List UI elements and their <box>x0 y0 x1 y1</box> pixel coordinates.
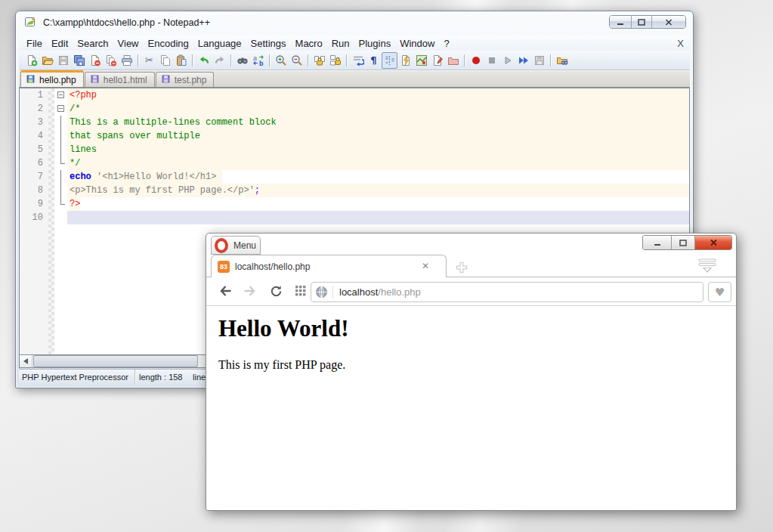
npp-titlebar[interactable]: C:\xampp\htdocs\hello.php - Notepad++ <box>16 11 693 34</box>
sync-scroll-h-icon[interactable] <box>327 52 343 69</box>
menu-view[interactable]: View <box>113 36 144 51</box>
menu-settings[interactable]: Settings <box>246 36 291 51</box>
save-all-icon[interactable] <box>71 52 87 69</box>
menu-plugins[interactable]: Plugins <box>354 36 396 51</box>
editor-tab-hello1.html[interactable]: hello1.html <box>85 72 155 87</box>
function-list-icon[interactable] <box>413 52 429 69</box>
macro-save-icon[interactable] <box>531 52 547 69</box>
paste-icon[interactable] <box>173 52 189 69</box>
menu-macro[interactable]: Macro <box>291 36 327 51</box>
code-line-2[interactable]: /* <box>67 102 689 116</box>
npp-window-title: C:\xampp\htdocs\hello.php - Notepad++ <box>43 17 210 28</box>
fold-collapse-icon[interactable] <box>57 105 64 112</box>
scroll-thumb[interactable] <box>33 355 198 367</box>
doc-monitor-icon[interactable] <box>429 52 445 69</box>
open-file-icon[interactable] <box>39 52 55 69</box>
back-button[interactable] <box>218 285 232 297</box>
show-all-chars-icon[interactable]: ¶ <box>366 52 382 69</box>
reload-button[interactable] <box>270 285 283 298</box>
menu-help[interactable]: ? <box>439 36 453 51</box>
opera-menu-button[interactable]: Menu <box>211 236 261 255</box>
doc-map-icon[interactable] <box>397 52 413 69</box>
word-wrap-icon[interactable] <box>350 52 366 69</box>
macro-play-icon[interactable] <box>499 52 515 69</box>
line-number: 9 <box>20 197 43 211</box>
bookmark-heart-button[interactable]: ♥ <box>708 282 731 302</box>
fold-collapse-icon[interactable] <box>57 91 64 98</box>
print-icon[interactable] <box>119 52 135 69</box>
toolbar-separator <box>269 54 270 66</box>
opera-tab-close-icon[interactable]: ✕ <box>422 261 429 271</box>
line-number: 2 <box>20 102 43 116</box>
fold-margin[interactable] <box>54 88 67 354</box>
new-tab-button[interactable] <box>456 261 468 274</box>
code-line-4[interactable]: that spans over multiple <box>67 129 689 143</box>
file-saved-icon <box>90 74 100 86</box>
npp-minimize-button[interactable] <box>610 16 632 28</box>
menu-search[interactable]: Search <box>73 36 113 51</box>
code-line-1[interactable]: <?php <box>67 88 689 102</box>
code-line-8[interactable]: <p>This is my first PHP page.</p>'; <box>67 184 689 197</box>
tab-label: hello1.html <box>104 75 147 85</box>
svg-text:b: b <box>259 60 264 66</box>
forward-button[interactable] <box>243 285 257 297</box>
open-containing-folder-icon[interactable] <box>554 52 570 69</box>
close-icon[interactable] <box>87 52 103 69</box>
toolbar-separator <box>138 54 138 66</box>
code-line-6[interactable]: */ <box>67 156 689 170</box>
undo-icon[interactable] <box>196 52 212 69</box>
menu-file[interactable]: File <box>22 36 47 51</box>
menu-encoding[interactable]: Encoding <box>144 36 193 51</box>
copy-icon[interactable] <box>157 52 173 69</box>
tab-label: hello.php <box>39 75 76 85</box>
toolbar-separator <box>192 54 193 66</box>
save-icon[interactable] <box>55 52 71 69</box>
npp-close-button[interactable] <box>652 16 685 28</box>
opera-maximize-button[interactable] <box>672 236 695 249</box>
editor-tab-test.php[interactable]: test.php <box>156 72 215 87</box>
menu-run[interactable]: Run <box>327 36 354 51</box>
editor-tab-hello.php[interactable]: hello.php <box>20 70 84 87</box>
address-url[interactable]: localhost/hello.php <box>339 286 421 298</box>
code-line-10[interactable] <box>67 211 689 224</box>
macro-record-icon[interactable] <box>468 52 484 69</box>
menu-window[interactable]: Window <box>395 36 439 51</box>
sync-scroll-v-icon[interactable] <box>311 52 327 69</box>
line-number: 5 <box>20 143 43 156</box>
opera-tab[interactable]: 83 localhost/hello.php ✕ <box>211 255 447 277</box>
opera-logo-icon <box>215 238 228 253</box>
macro-stop-icon[interactable] <box>484 52 499 69</box>
toolbar-separator <box>346 54 347 66</box>
menu-language[interactable]: Language <box>193 36 246 51</box>
indent-guide-icon[interactable] <box>382 52 397 69</box>
npp-maximize-button[interactable] <box>632 16 652 28</box>
code-line-9[interactable]: ?> <box>67 197 689 211</box>
zoom-out-icon[interactable] <box>289 52 305 69</box>
toolbar-separator <box>230 54 231 66</box>
code-line-3[interactable]: This is a multiple-lines comment block <box>67 116 689 129</box>
bookmark-margin[interactable] <box>48 88 54 354</box>
npp-menu-close[interactable]: X <box>677 38 684 49</box>
replace-icon[interactable]: ab <box>250 52 266 69</box>
folder-workspace-icon[interactable] <box>445 52 461 69</box>
address-bar[interactable]: localhost/hello.php <box>311 282 703 302</box>
code-line-7[interactable]: echo '<h1>Hello World!</h1> <box>67 170 689 184</box>
macro-run-multiple-icon[interactable] <box>515 52 531 69</box>
zoom-in-icon[interactable] <box>273 52 289 69</box>
scroll-left-arrow[interactable] <box>20 355 32 367</box>
npp-menubar: FileEditSearchViewEncodingLanguageSettin… <box>19 36 690 51</box>
close-all-icon[interactable] <box>103 52 119 69</box>
tab-menu-icon[interactable] <box>698 258 716 275</box>
status-segment: PHP Hypertext Preprocessor <box>19 370 135 385</box>
new-file-icon[interactable] <box>23 52 39 69</box>
menu-edit[interactable]: Edit <box>47 36 73 51</box>
cut-icon[interactable]: ✂ <box>141 52 157 69</box>
browser-page-content: Hello World! This is my first PHP page. <box>206 306 736 510</box>
code-line-5[interactable]: lines <box>67 143 689 156</box>
opera-minimize-button[interactable] <box>643 236 672 249</box>
redo-icon[interactable] <box>212 52 227 69</box>
opera-close-button[interactable] <box>695 236 731 249</box>
speed-dial-icon[interactable] <box>295 285 307 297</box>
status-segment: length : 158 <box>135 370 193 385</box>
find-icon[interactable] <box>234 52 250 69</box>
